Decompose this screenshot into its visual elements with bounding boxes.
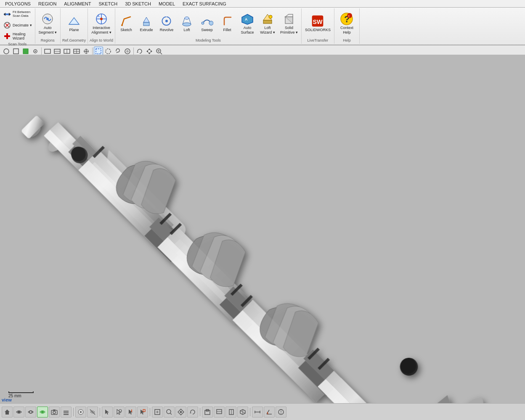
solid-primitive-label: SolidPrimitive ▾ [280,26,298,35]
ribbon-group-livetransfer-items: SW SOLIDWORKS [303,9,332,37]
auto-surface-btn[interactable]: A AutoSurface [238,11,257,36]
svg-marker-30 [285,14,293,17]
svg-text:SW: SW [313,18,323,25]
svg-point-99 [167,409,171,414]
extrude-btn[interactable]: Extrude [137,13,156,34]
svg-point-87 [80,411,82,413]
fit-between-label: Fit BetweenScan Data [13,11,30,18]
healing-wizard-btn[interactable]: HealingWizard [2,31,33,41]
extrude-icon [140,14,153,28]
status-cursor3-btn[interactable] [125,407,136,417]
status-section-btn[interactable] [276,407,286,417]
status-sep-5 [250,408,250,416]
auto-surface-label: AutoSurface [241,26,254,35]
revolve-label: Revolve [160,28,174,32]
livetransfer-label: LiveTransfer [303,37,332,43]
status-camera-btn[interactable] [49,407,60,417]
status-sep-1 [73,408,74,416]
plane-btn[interactable]: Plane [65,13,83,34]
svg-point-19 [185,17,189,19]
refgeometry-label: Ref.Geometry [62,37,86,43]
menu-alignment[interactable]: ALIGNMENT [61,0,94,7]
menu-exact-surfacing[interactable]: EXACT SURFACING [179,0,230,7]
svg-text:!: ! [348,14,350,18]
svg-rect-85 [64,414,69,415]
ribbon-group-livetransfer: SW SOLIDWORKS LiveTransfer [302,8,334,44]
ribbon-group-align-items: A InteractiveAlignment ▾ [90,9,113,37]
loft-btn[interactable]: Loft [178,13,196,34]
svg-marker-60 [148,53,151,54]
svg-point-36 [347,13,352,18]
svg-line-116 [267,410,269,414]
menu-sketch[interactable]: SKETCH [95,0,121,7]
status-layers-btn[interactable] [61,407,72,417]
ribbon-group-scan-tools: Fit BetweenScan Data Decimate ▾ HealingW… [0,8,35,44]
revolve-btn[interactable]: Revolve [157,13,176,34]
svg-marker-89 [105,409,109,415]
svg-rect-54 [96,49,101,54]
sketch-btn[interactable]: Sketch [117,13,135,34]
svg-line-100 [170,413,172,415]
status-cursor2-btn[interactable] [114,407,125,417]
menu-bar: POLYGONS REGION ALIGNMENT SKETCH 3D SKET… [0,0,525,8]
context-help-btn[interactable]: ? ! ContextHelp [337,11,356,36]
fit-between-icon [3,10,11,18]
solidworks-btn[interactable]: SW SOLIDWORKS [303,13,332,34]
menu-polygons[interactable]: POLYGONS [2,0,34,7]
solid-primitive-btn[interactable]: SolidPrimitive ▾ [278,11,300,36]
svg-point-91 [119,409,122,412]
status-rotate2-btn[interactable] [187,407,198,417]
decimate-btn[interactable]: Decimate ▾ [2,20,33,30]
viewport[interactable]: 25 mm [0,55,525,403]
interactive-alignment-btn[interactable]: A InteractiveAlignment ▾ [90,11,113,36]
status-eye3-btn[interactable] [37,407,48,417]
status-top-btn[interactable] [214,407,225,417]
fillet-btn[interactable]: Fillet [218,13,236,34]
status-show-scan-btn[interactable] [75,407,86,417]
status-right-btn[interactable] [225,407,236,417]
ribbon-group-help: ? ! ContextHelp Help [334,8,360,44]
loft-wizard-btn[interactable]: LoftWizard ▾ [258,11,277,36]
status-zoom-all-btn[interactable] [152,407,163,417]
svg-point-42 [35,50,36,52]
svg-marker-1 [4,13,5,16]
status-front-btn[interactable] [202,407,213,417]
menu-3dsketch[interactable]: 3D SKETCH [122,0,154,7]
sweep-label: Sweep [201,28,213,32]
sweep-btn[interactable]: Sweep [198,13,216,34]
status-cursor4-btn[interactable] [137,407,148,417]
context-help-icon: ? ! [340,12,353,26]
svg-point-55 [106,49,111,54]
svg-marker-62 [151,50,152,53]
fillet-icon [220,14,234,28]
toolbar-sep-1 [41,48,42,55]
status-fitall-btn[interactable] [175,407,186,417]
ribbon-group-refgeometry-items: Plane [62,9,86,37]
solid-primitive-icon [282,12,296,26]
svg-point-38 [4,49,9,54]
status-eye1-btn[interactable] [13,407,24,417]
menu-region[interactable]: REGION [35,0,60,7]
ribbon-group-align: A InteractiveAlignment ▾ Align to World [88,8,115,44]
status-cursor-btn[interactable] [102,407,113,417]
svg-rect-83 [64,411,69,412]
status-angle-btn[interactable] [264,407,275,417]
status-iso-btn[interactable] [237,407,248,417]
auto-segment-btn[interactable]: AutoSegment ▾ [37,11,59,36]
status-home-btn[interactable] [2,407,13,417]
fit-between-btn[interactable]: Fit BetweenScan Data [2,9,33,19]
status-zoom-region-btn[interactable] [164,407,175,417]
status-measure-btn[interactable] [252,407,263,417]
svg-marker-76 [5,409,10,415]
svg-point-7 [46,18,49,20]
sketch-label: Sketch [120,28,132,32]
svg-point-14 [121,24,123,26]
status-hide-btn[interactable] [87,407,98,417]
status-eye2-btn[interactable] [25,407,36,417]
healing-wizard-label: HealingWizard [13,32,26,40]
ribbon-content: Fit BetweenScan Data Decimate ▾ HealingW… [0,8,525,45]
revolve-icon [160,14,173,28]
auto-segment-icon [41,12,54,26]
menu-model[interactable]: MODEL [155,0,178,7]
sweep-icon [200,14,214,28]
